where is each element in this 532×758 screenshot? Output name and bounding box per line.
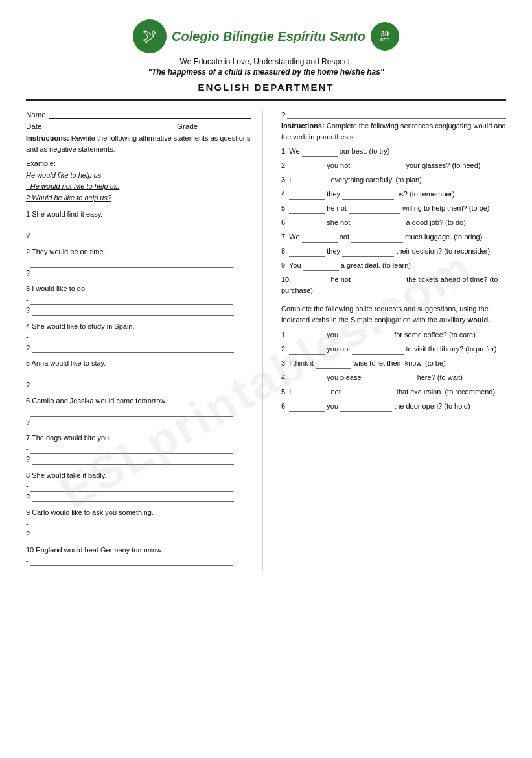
right-item-4: 4. they us? (to remember) <box>281 189 506 200</box>
right-item-rest-3: everything carefully. (to plan) <box>330 176 421 184</box>
right2-item-rest-1: for some coffee? (to care) <box>394 331 476 338</box>
right-item-num-2: 2. <box>281 161 289 169</box>
main-divider <box>26 99 506 101</box>
right2-item-4: 4. you please here? (to wait) <box>281 372 506 383</box>
q-blank-3 <box>32 307 234 316</box>
right-item-rest-5: willing to help them? (to be) <box>402 204 490 212</box>
left-item-8: 8 She would take it badly. - ? <box>26 470 251 503</box>
right2-item-text-3: I think it <box>289 359 316 367</box>
item-neg-9: - <box>26 518 251 529</box>
item-sentence-6: 6 Camilo and Jessika would come tomorrow… <box>26 396 251 407</box>
date-grade-row: Date Grade <box>26 121 251 130</box>
right-item-num-3: 3. <box>281 176 289 184</box>
left-item-5: 5 Anna would like to stay. - ? <box>26 358 251 390</box>
q-prefix-9: ? <box>26 528 30 539</box>
right2-item-rest-5: that excursion. (to recommend) <box>397 388 495 396</box>
right2-blank2-2 <box>352 347 404 355</box>
right-item-text-7: We <box>289 233 301 241</box>
left-item-6: 6 Camilo and Jessika would come tomorrow… <box>26 396 251 428</box>
tagline1: We Educate in Love, Understanding and Re… <box>26 57 506 66</box>
q-prefix-7: ? <box>26 454 30 465</box>
q-prefix-8: ? <box>26 492 30 503</box>
right2-item-mid-4: you please <box>327 373 363 381</box>
neg-blank-6 <box>30 408 233 417</box>
q-blank-9 <box>32 530 234 539</box>
instructions-bold: Instructions: <box>26 134 69 142</box>
right2-item-mid-5: not <box>330 388 342 396</box>
left-exercise-items: 1 She would find it easy. - ? 2 They wou… <box>26 209 251 566</box>
item-neg-1: - <box>26 220 251 231</box>
right-blank2-4 <box>342 192 394 200</box>
neg-prefix-10: - <box>26 555 29 566</box>
right-item-num-1: 1. <box>281 147 289 155</box>
right2-item-mid-1: you <box>327 331 340 338</box>
item-sentence-4: 4 She would like to study in Spain. <box>26 321 251 332</box>
neg-prefix-3: - <box>26 294 29 305</box>
right-blank1-10 <box>293 278 329 285</box>
item-q-6: ? <box>26 417 251 428</box>
right2-item-rest-4: here? (to wait) <box>417 373 463 381</box>
item-neg-2: - <box>26 257 251 268</box>
right-item-num-5: 5. <box>281 204 289 212</box>
right2-blank2-4 <box>364 375 415 383</box>
example-q-wrapper: ? Would he like to help us? <box>26 193 251 204</box>
example-neg: - He would not like to help us. <box>26 182 119 190</box>
right-item-mid-6: she not <box>327 219 352 226</box>
right-blank1-7 <box>302 235 338 243</box>
right-item-rest-4: us? (to remember) <box>396 190 454 198</box>
neg-blank-7 <box>30 445 233 454</box>
tagline2: "The happiness of a child is measured by… <box>26 67 506 77</box>
right-item-rest-6: a good job? (to do) <box>406 219 466 226</box>
right-item-7: 7. We not much luggage. (to bring) <box>281 231 506 243</box>
q-blank-7 <box>32 456 234 465</box>
item-neg-6: - <box>26 406 251 417</box>
q-blank-1 <box>32 232 234 241</box>
right2-item-1: 1. you for some coffee? (to care) <box>281 329 506 340</box>
item-neg-7: - <box>26 444 251 455</box>
right-blank1-4 <box>289 192 325 200</box>
date-label: Date <box>26 123 41 130</box>
section2-heading: Complete the following polite requests a… <box>281 303 506 326</box>
right-item-mid-8: they <box>327 247 342 255</box>
right2-blank2-6 <box>340 404 392 412</box>
school-logo: 🕊 <box>133 19 167 53</box>
neg-blank-1 <box>30 221 233 230</box>
main-content: Name Date Grade Instructions: Rewrite th… <box>26 110 506 571</box>
q-blank-5 <box>32 381 234 390</box>
item-q-7: ? <box>26 454 251 465</box>
name-underline <box>49 110 251 119</box>
item-q-1: ? <box>26 230 251 241</box>
right-blank2-6 <box>352 220 404 228</box>
right2-item-num-2: 2. <box>281 345 289 353</box>
right2-blank1-5 <box>293 390 329 397</box>
example-neg-wrapper: - He would not like to help us. <box>26 181 251 193</box>
right-q-line: ? <box>281 110 506 119</box>
item-q-4: ? <box>26 342 251 353</box>
neg-prefix-6: - <box>26 406 29 417</box>
neg-prefix-9: - <box>26 518 29 529</box>
item-q-3: ? <box>26 305 251 316</box>
right2-item-rest-3: wise to let them know. (to be) <box>353 359 445 367</box>
right-item-mid-10: he not <box>330 276 353 283</box>
right-item-num-6: 6. <box>281 219 289 226</box>
item-q-9: ? <box>26 528 251 539</box>
neg-prefix-4: - <box>26 331 29 342</box>
neg-prefix-5: - <box>26 369 29 380</box>
neg-blank-8 <box>30 482 233 492</box>
q-prefix-6: ? <box>26 417 30 428</box>
q-prefix-4: ? <box>26 342 30 353</box>
q-prefix-3: ? <box>26 305 30 316</box>
item-sentence-5: 5 Anna would like to stay. <box>26 358 251 369</box>
item-sentence-1: 1 She would find it easy. <box>26 209 251 220</box>
right-item-num-4: 4. <box>281 190 289 198</box>
item-q-2: ? <box>26 268 251 279</box>
right-item-rest-8: their decision? (to reconsider) <box>396 247 490 255</box>
right-exercise-items: 1. We our best. (to try)2. you not your … <box>281 146 506 297</box>
neg-blank-3 <box>30 296 233 305</box>
left-item-4: 4 She would like to study in Spain. - ? <box>26 321 251 353</box>
right-item-rest-7: much luggage. (to bring) <box>405 233 482 241</box>
section2-bold: would. <box>467 316 490 324</box>
right-exercise-items2: 1. you for some coffee? (to care)2. you … <box>281 329 506 412</box>
right-item-num-9: 9. <box>281 261 289 269</box>
right-item-8: 8. they their decision? (to reconsider) <box>281 246 506 257</box>
